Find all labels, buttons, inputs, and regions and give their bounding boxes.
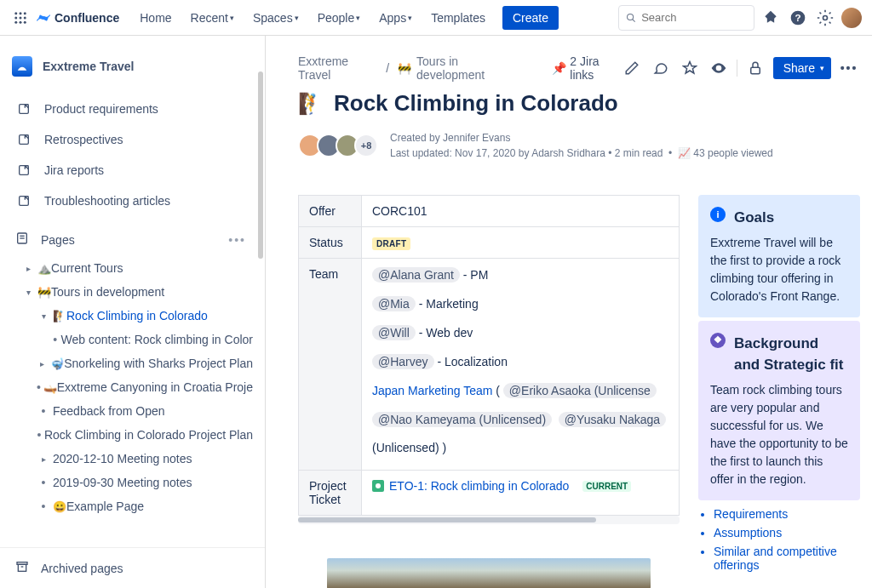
svg-rect-24	[750, 67, 760, 74]
sidebar-link-jira-reports[interactable]: Jira reports	[0, 155, 265, 186]
svg-text:?: ?	[795, 12, 800, 23]
create-button[interactable]: Create	[502, 6, 559, 30]
tree-item-rc-project-plan[interactable]: •Rock Climbing in Colorado Project Plan	[0, 423, 260, 447]
sidebar-link-troubleshooting[interactable]: Troubleshooting articles	[0, 186, 265, 216]
toc-link-assumptions[interactable]: Assumptions	[714, 526, 860, 539]
svg-point-6	[14, 20, 17, 23]
space-name[interactable]: Exxtreme Travel	[43, 60, 134, 73]
svg-point-3	[14, 16, 17, 19]
notifications-icon[interactable]	[760, 7, 782, 29]
horizontal-scrollbar[interactable]	[298, 516, 680, 524]
bullet-icon: •	[34, 380, 43, 394]
watch-icon[interactable]	[708, 57, 730, 79]
nav-home[interactable]: Home	[133, 8, 178, 28]
bullet-icon: •	[34, 404, 53, 418]
tree-item-snorkeling[interactable]: ▸🤿Snorkeling with Sharks Project Plan	[0, 351, 260, 375]
top-navigation: Confluence Home Recent▾ Spaces▾ People▾ …	[0, 0, 872, 36]
tree-item-meeting-2020[interactable]: ▸2020-12-10 Meeting notes	[0, 447, 260, 471]
settings-icon[interactable]	[814, 7, 836, 29]
background-panel: ❖Background and Strategic fit Team rock …	[698, 321, 860, 500]
search-input[interactable]	[618, 5, 754, 31]
app-switcher-icon[interactable]	[10, 8, 31, 28]
nav-templates[interactable]: Templates	[424, 8, 492, 28]
share-button[interactable]: Share▾	[773, 57, 831, 79]
tree-item-current-tours[interactable]: ▸⛰️Current Tours	[0, 256, 260, 280]
chevron-down-icon: ▾	[820, 64, 824, 72]
chevron-down-icon: ▾	[295, 14, 299, 22]
chevron-right-icon[interactable]: ▸	[19, 264, 37, 273]
more-actions-icon[interactable]: •••	[838, 57, 860, 79]
shortcut-icon	[15, 131, 32, 148]
team-link[interactable]: Japan Marketing Team	[372, 384, 492, 397]
restrictions-icon[interactable]	[744, 57, 766, 79]
user-mention[interactable]: @Nao Kameyama (Unlicensed)	[372, 412, 552, 427]
tree-item-rock-climbing[interactable]: ▾🧗Rock Climbing in Colorado	[0, 304, 260, 328]
tree-item-feedback[interactable]: •Feedback from Open	[0, 399, 260, 423]
chevron-down-icon[interactable]: ▾	[19, 288, 37, 297]
analytics-icon[interactable]: 📈	[678, 147, 693, 159]
profile-avatar[interactable]	[841, 8, 862, 28]
edit-icon[interactable]	[621, 57, 643, 79]
toc-link-requirements[interactable]: Requirements	[714, 507, 860, 521]
jira-issue-icon	[372, 480, 384, 492]
page-tree-icon	[15, 231, 29, 248]
chevron-right-icon[interactable]: ▸	[34, 359, 50, 368]
nav-spaces[interactable]: Spaces▾	[246, 8, 306, 28]
toc-link-similar[interactable]: Similar and competitive offerings	[714, 545, 860, 572]
table-of-contents: Requirements Assumptions Similar and com…	[698, 507, 860, 572]
bullet-icon: •	[34, 428, 44, 442]
nav-apps[interactable]: Apps▾	[372, 8, 419, 28]
sidebar-scrollbar[interactable]	[256, 71, 265, 547]
contributor-avatars[interactable]: +8	[298, 134, 378, 157]
star-icon[interactable]	[679, 57, 701, 79]
svg-point-9	[628, 14, 634, 20]
tree-item-web-content[interactable]: •Web content: Rock climbing in Color	[0, 328, 260, 351]
bullet-icon: •	[34, 476, 53, 489]
user-mention[interactable]: @Harvey	[372, 354, 434, 369]
svg-point-8	[24, 20, 26, 23]
user-mention[interactable]: @Eriko Asaoka (Unlicense	[503, 383, 657, 398]
help-icon[interactable]: ?	[787, 7, 809, 29]
svg-line-10	[633, 19, 635, 21]
comment-icon[interactable]	[650, 57, 672, 79]
shortcut-icon	[15, 100, 32, 117]
user-mention[interactable]: @Alana Grant	[372, 267, 460, 283]
note-icon: ❖	[710, 333, 726, 348]
shortcut-icon	[15, 192, 32, 209]
user-mention[interactable]: @Yusaku Nakaga	[559, 412, 666, 427]
table-cell-offer: CORC101	[362, 196, 680, 227]
sidebar: Exxtreme Travel Product requirements Ret…	[0, 36, 266, 588]
table-header-offer: Offer	[299, 196, 362, 227]
nav-recent[interactable]: Recent▾	[184, 8, 241, 28]
main-content: Exxtreme Travel / 🚧Tours in development …	[266, 36, 872, 588]
bullet-icon: •	[34, 500, 53, 513]
tree-item-canyoning[interactable]: •🛶Exxtreme Canyoning in Croatia Proje	[0, 375, 260, 399]
table-header-ticket: Project Ticket	[299, 471, 362, 516]
tree-item-meeting-2019[interactable]: •2019-09-30 Meeting notes	[0, 471, 260, 494]
breadcrumb-parent[interactable]: 🚧Tours in development	[398, 54, 519, 82]
panel-title: Goals	[734, 207, 774, 229]
tree-item-tours-development[interactable]: ▾🚧Tours in development	[0, 280, 260, 304]
pages-tree-header[interactable]: Pages •••	[0, 223, 265, 256]
more-actions-icon[interactable]: •••	[228, 233, 246, 247]
space-logo-icon[interactable]	[12, 56, 32, 77]
jira-ticket-link[interactable]: ETO-1: Rock climbing in Colorado	[389, 479, 569, 493]
confluence-logo[interactable]: Confluence	[36, 10, 119, 26]
chevron-down-icon: ▾	[408, 14, 412, 22]
user-mention[interactable]: @Will	[372, 325, 416, 340]
tree-item-example-page[interactable]: •😀Example Page	[0, 494, 260, 518]
page-emoji-icon[interactable]: 🧗	[298, 92, 324, 116]
chevron-right-icon[interactable]: ▸	[34, 454, 53, 464]
jira-links-indicator[interactable]: 📌 2 Jira links	[552, 54, 620, 82]
user-mention[interactable]: @Mia	[372, 296, 416, 311]
page-tree: ▸⛰️Current Tours ▾🚧Tours in development …	[0, 256, 265, 547]
sidebar-link-retrospectives[interactable]: Retrospectives	[0, 124, 265, 155]
sidebar-link-product-requirements[interactable]: Product requirements	[0, 94, 265, 124]
avatar-overflow[interactable]: +8	[354, 134, 378, 157]
archived-pages-link[interactable]: Archived pages	[0, 547, 265, 588]
page-title: Rock Climbing in Colorado	[334, 90, 618, 117]
info-icon: i	[710, 207, 726, 222]
nav-people[interactable]: People▾	[311, 8, 368, 28]
chevron-down-icon[interactable]: ▾	[34, 311, 53, 321]
breadcrumb-space[interactable]: Exxtreme Travel	[298, 54, 377, 82]
